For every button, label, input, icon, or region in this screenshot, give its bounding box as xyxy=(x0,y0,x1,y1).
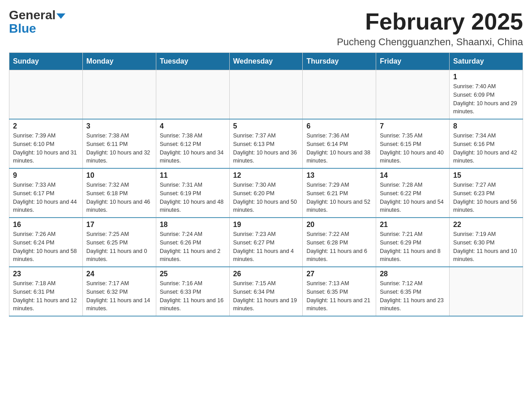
day-number: 27 xyxy=(306,270,372,278)
day-number: 1 xyxy=(453,73,519,81)
calendar-week-row: 1Sunrise: 7:40 AM Sunset: 6:09 PM Daylig… xyxy=(9,70,523,120)
logo: General Blue xyxy=(9,9,65,35)
day-number: 2 xyxy=(13,122,79,130)
weekday-header-monday: Monday xyxy=(82,53,156,70)
day-info: Sunrise: 7:31 AM Sunset: 6:19 PM Dayligh… xyxy=(160,181,226,214)
calendar-cell: 17Sunrise: 7:25 AM Sunset: 6:25 PM Dayli… xyxy=(82,218,156,267)
calendar-cell xyxy=(82,70,156,120)
day-info: Sunrise: 7:16 AM Sunset: 6:33 PM Dayligh… xyxy=(160,279,226,313)
day-number: 25 xyxy=(160,270,226,278)
calendar-cell: 16Sunrise: 7:26 AM Sunset: 6:24 PM Dayli… xyxy=(9,218,83,267)
weekday-header-sunday: Sunday xyxy=(9,53,83,70)
calendar-cell: 8Sunrise: 7:34 AM Sunset: 6:16 PM Daylig… xyxy=(450,119,523,168)
day-info: Sunrise: 7:40 AM Sunset: 6:09 PM Dayligh… xyxy=(453,82,519,116)
logo-blue: Blue xyxy=(9,22,36,35)
day-number: 14 xyxy=(380,171,446,180)
day-info: Sunrise: 7:35 AM Sunset: 6:15 PM Dayligh… xyxy=(380,132,446,165)
calendar-cell xyxy=(376,70,450,120)
day-number: 10 xyxy=(86,171,152,180)
weekday-header-thursday: Thursday xyxy=(303,53,376,70)
calendar-cell: 6Sunrise: 7:36 AM Sunset: 6:14 PM Daylig… xyxy=(303,119,376,168)
calendar-cell: 9Sunrise: 7:33 AM Sunset: 6:17 PM Daylig… xyxy=(9,168,83,218)
calendar-cell: 15Sunrise: 7:27 AM Sunset: 6:23 PM Dayli… xyxy=(450,168,523,218)
day-number: 21 xyxy=(380,221,446,229)
calendar-cell: 22Sunrise: 7:19 AM Sunset: 6:30 PM Dayli… xyxy=(450,218,523,267)
calendar-table: SundayMondayTuesdayWednesdayThursdayFrid… xyxy=(9,52,523,317)
calendar-cell: 11Sunrise: 7:31 AM Sunset: 6:19 PM Dayli… xyxy=(156,168,229,218)
calendar-cell: 27Sunrise: 7:13 AM Sunset: 6:35 PM Dayli… xyxy=(303,267,376,316)
weekday-header-friday: Friday xyxy=(376,53,450,70)
day-number: 28 xyxy=(380,270,446,278)
calendar-cell: 10Sunrise: 7:32 AM Sunset: 6:18 PM Dayli… xyxy=(82,168,156,218)
day-number: 6 xyxy=(306,122,372,130)
calendar-header-row: SundayMondayTuesdayWednesdayThursdayFrid… xyxy=(9,53,523,70)
day-number: 4 xyxy=(160,122,226,130)
day-info: Sunrise: 7:13 AM Sunset: 6:35 PM Dayligh… xyxy=(306,279,372,313)
day-info: Sunrise: 7:38 AM Sunset: 6:11 PM Dayligh… xyxy=(86,132,152,165)
calendar-title: February 2025 xyxy=(337,9,523,34)
day-number: 11 xyxy=(160,171,226,180)
day-info: Sunrise: 7:19 AM Sunset: 6:30 PM Dayligh… xyxy=(453,230,519,264)
day-number: 19 xyxy=(233,221,299,229)
calendar-cell xyxy=(303,70,376,120)
day-number: 18 xyxy=(160,221,226,229)
calendar-cell: 1Sunrise: 7:40 AM Sunset: 6:09 PM Daylig… xyxy=(450,70,523,120)
calendar-cell: 25Sunrise: 7:16 AM Sunset: 6:33 PM Dayli… xyxy=(156,267,229,316)
calendar-week-row: 9Sunrise: 7:33 AM Sunset: 6:17 PM Daylig… xyxy=(9,168,523,218)
calendar-week-row: 23Sunrise: 7:18 AM Sunset: 6:31 PM Dayli… xyxy=(9,267,523,316)
day-number: 5 xyxy=(233,122,299,130)
day-number: 26 xyxy=(233,270,299,278)
day-info: Sunrise: 7:32 AM Sunset: 6:18 PM Dayligh… xyxy=(86,181,152,214)
calendar-cell: 21Sunrise: 7:21 AM Sunset: 6:29 PM Dayli… xyxy=(376,218,450,267)
calendar-cell: 5Sunrise: 7:37 AM Sunset: 6:13 PM Daylig… xyxy=(229,119,303,168)
calendar-cell: 23Sunrise: 7:18 AM Sunset: 6:31 PM Dayli… xyxy=(9,267,83,316)
day-info: Sunrise: 7:28 AM Sunset: 6:22 PM Dayligh… xyxy=(380,181,446,214)
calendar-cell: 28Sunrise: 7:12 AM Sunset: 6:35 PM Dayli… xyxy=(376,267,450,316)
calendar-cell: 14Sunrise: 7:28 AM Sunset: 6:22 PM Dayli… xyxy=(376,168,450,218)
calendar-cell: 3Sunrise: 7:38 AM Sunset: 6:11 PM Daylig… xyxy=(82,119,156,168)
calendar-cell: 13Sunrise: 7:29 AM Sunset: 6:21 PM Dayli… xyxy=(303,168,376,218)
day-number: 9 xyxy=(13,171,79,180)
day-info: Sunrise: 7:34 AM Sunset: 6:16 PM Dayligh… xyxy=(453,132,519,165)
day-info: Sunrise: 7:36 AM Sunset: 6:14 PM Dayligh… xyxy=(306,132,372,165)
page-header: General Blue February 2025 Pucheng Cheng… xyxy=(9,9,523,48)
day-info: Sunrise: 7:37 AM Sunset: 6:13 PM Dayligh… xyxy=(233,132,299,165)
calendar-cell: 18Sunrise: 7:24 AM Sunset: 6:26 PM Dayli… xyxy=(156,218,229,267)
day-number: 7 xyxy=(380,122,446,130)
day-info: Sunrise: 7:24 AM Sunset: 6:26 PM Dayligh… xyxy=(160,230,226,264)
weekday-header-tuesday: Tuesday xyxy=(156,53,229,70)
calendar-cell: 24Sunrise: 7:17 AM Sunset: 6:32 PM Dayli… xyxy=(82,267,156,316)
day-info: Sunrise: 7:30 AM Sunset: 6:20 PM Dayligh… xyxy=(233,181,299,214)
calendar-cell xyxy=(229,70,303,120)
day-number: 16 xyxy=(13,221,79,229)
calendar-cell: 20Sunrise: 7:22 AM Sunset: 6:28 PM Dayli… xyxy=(303,218,376,267)
day-number: 15 xyxy=(453,171,519,180)
calendar-cell: 4Sunrise: 7:38 AM Sunset: 6:12 PM Daylig… xyxy=(156,119,229,168)
day-info: Sunrise: 7:27 AM Sunset: 6:23 PM Dayligh… xyxy=(453,181,519,214)
weekday-header-wednesday: Wednesday xyxy=(229,53,303,70)
calendar-subtitle: Pucheng Chengguanzhen, Shaanxi, China xyxy=(337,36,523,48)
day-number: 20 xyxy=(306,221,372,229)
day-number: 24 xyxy=(86,270,152,278)
day-info: Sunrise: 7:26 AM Sunset: 6:24 PM Dayligh… xyxy=(13,230,79,264)
day-info: Sunrise: 7:22 AM Sunset: 6:28 PM Dayligh… xyxy=(306,230,372,264)
day-info: Sunrise: 7:33 AM Sunset: 6:17 PM Dayligh… xyxy=(13,181,79,214)
calendar-cell: 2Sunrise: 7:39 AM Sunset: 6:10 PM Daylig… xyxy=(9,119,83,168)
day-number: 23 xyxy=(13,270,79,278)
day-info: Sunrise: 7:17 AM Sunset: 6:32 PM Dayligh… xyxy=(86,279,152,313)
day-info: Sunrise: 7:38 AM Sunset: 6:12 PM Dayligh… xyxy=(160,132,226,165)
day-number: 3 xyxy=(86,122,152,130)
calendar-cell: 26Sunrise: 7:15 AM Sunset: 6:34 PM Dayli… xyxy=(229,267,303,316)
calendar-cell: 12Sunrise: 7:30 AM Sunset: 6:20 PM Dayli… xyxy=(229,168,303,218)
logo-arrow-icon xyxy=(56,13,65,19)
calendar-week-row: 16Sunrise: 7:26 AM Sunset: 6:24 PM Dayli… xyxy=(9,218,523,267)
day-info: Sunrise: 7:12 AM Sunset: 6:35 PM Dayligh… xyxy=(380,279,446,313)
calendar-cell: 7Sunrise: 7:35 AM Sunset: 6:15 PM Daylig… xyxy=(376,119,450,168)
day-number: 8 xyxy=(453,122,519,130)
day-info: Sunrise: 7:29 AM Sunset: 6:21 PM Dayligh… xyxy=(306,181,372,214)
calendar-cell xyxy=(9,70,83,120)
day-info: Sunrise: 7:18 AM Sunset: 6:31 PM Dayligh… xyxy=(13,279,79,313)
day-info: Sunrise: 7:23 AM Sunset: 6:27 PM Dayligh… xyxy=(233,230,299,264)
day-number: 17 xyxy=(86,221,152,229)
day-number: 12 xyxy=(233,171,299,180)
